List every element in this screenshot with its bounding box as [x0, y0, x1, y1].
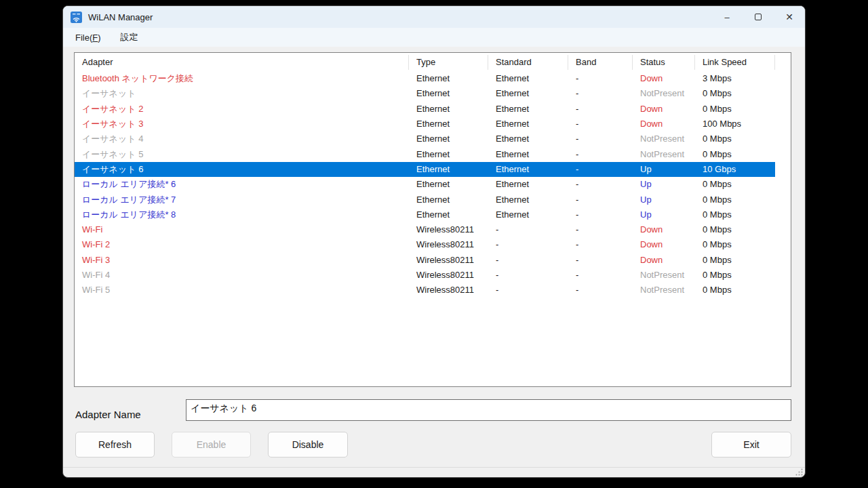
- column-header-band[interactable]: Band: [568, 55, 633, 70]
- cell-standard: Ethernet: [488, 86, 568, 101]
- cell-type: Ethernet: [409, 102, 488, 117]
- cell-type: Ethernet: [409, 131, 488, 146]
- cell-adapter-name: イーサネット 2: [75, 102, 409, 117]
- column-header-adapter[interactable]: Adapter: [75, 55, 409, 70]
- cell-type: Wireless80211: [409, 253, 488, 268]
- cell-band: -: [568, 102, 633, 117]
- cell-link-speed: 0 Mbps: [695, 177, 775, 192]
- cell-standard: Ethernet: [488, 207, 568, 222]
- adapter-row[interactable]: Wi-Fi 2 Wireless80211 - - Down 0 Mbps: [75, 237, 775, 252]
- cell-standard: -: [488, 283, 568, 298]
- column-header-type[interactable]: Type: [409, 55, 488, 70]
- cell-status: NotPresent: [633, 131, 695, 146]
- cell-standard: Ethernet: [488, 162, 568, 177]
- cell-link-speed: 0 Mbps: [695, 86, 775, 101]
- adapter-row[interactable]: ローカル エリア接続* 7 Ethernet Ethernet - Up 0 M…: [75, 192, 775, 207]
- adapter-row[interactable]: Wi-Fi Wireless80211 - - Down 0 Mbps: [75, 222, 775, 237]
- cell-status: NotPresent: [633, 86, 695, 101]
- column-header-filler: [775, 55, 791, 70]
- cell-link-speed: 0 Mbps: [695, 222, 775, 237]
- cell-standard: Ethernet: [488, 102, 568, 117]
- cell-status: Up: [633, 162, 695, 177]
- cell-standard: Ethernet: [488, 131, 568, 146]
- cell-band: -: [568, 207, 633, 222]
- cell-standard: Ethernet: [488, 192, 568, 207]
- adapter-row[interactable]: Wi-Fi 3 Wireless80211 - - Down 0 Mbps: [75, 253, 775, 268]
- cell-status: NotPresent: [633, 268, 695, 283]
- adapter-name-input[interactable]: [186, 399, 791, 421]
- cell-adapter-name: Wi-Fi 5: [75, 283, 409, 298]
- enable-button: Enable: [172, 432, 251, 458]
- window-controls: – ✕: [711, 6, 805, 28]
- maximize-icon: [755, 14, 762, 20]
- cell-link-speed: 0 Mbps: [695, 147, 775, 162]
- app-window: WiLAN Manager – ✕ File(F) 設定 Adapter Typ…: [62, 5, 806, 478]
- cell-type: Ethernet: [409, 71, 488, 86]
- cell-adapter-name: イーサネット 3: [75, 117, 409, 131]
- adapter-name-label: Adapter Name: [75, 409, 141, 420]
- cell-link-speed: 0 Mbps: [695, 237, 775, 252]
- cell-band: -: [568, 222, 633, 237]
- cell-link-speed: 0 Mbps: [695, 192, 775, 207]
- maximize-button[interactable]: [743, 6, 774, 28]
- window-title: WiLAN Manager: [88, 12, 153, 22]
- cell-type: Ethernet: [409, 147, 488, 162]
- cell-link-speed: 0 Mbps: [695, 253, 775, 268]
- cell-standard: Ethernet: [488, 147, 568, 162]
- adapter-row[interactable]: イーサネット Ethernet Ethernet - NotPresent 0 …: [75, 86, 775, 101]
- cell-status: Down: [633, 253, 695, 268]
- cell-standard: -: [488, 268, 568, 283]
- cell-type: Ethernet: [409, 192, 488, 207]
- adapter-row[interactable]: イーサネット 2 Ethernet Ethernet - Down 0 Mbps: [75, 102, 775, 117]
- adapter-row[interactable]: ローカル エリア接続* 6 Ethernet Ethernet - Up 0 M…: [75, 177, 775, 192]
- cell-adapter-name: Wi-Fi: [75, 222, 409, 237]
- cell-adapter-name: Wi-Fi 3: [75, 253, 409, 268]
- menu-file[interactable]: File(F): [75, 33, 101, 43]
- cell-band: -: [568, 177, 633, 192]
- cell-band: -: [568, 253, 633, 268]
- adapter-row[interactable]: イーサネット 5 Ethernet Ethernet - NotPresent …: [75, 146, 775, 161]
- cell-standard: -: [488, 222, 568, 237]
- adapter-row[interactable]: イーサネット 4 Ethernet Ethernet - NotPresent …: [75, 131, 775, 146]
- close-button[interactable]: ✕: [774, 6, 805, 28]
- menu-settings[interactable]: 設定: [121, 31, 138, 43]
- adapter-row[interactable]: イーサネット 6 Ethernet Ethernet - Up 10 Gbps: [75, 162, 775, 177]
- cell-status: Up: [633, 177, 695, 192]
- adapter-row[interactable]: ローカル エリア接続* 8 Ethernet Ethernet - Up 0 M…: [75, 207, 775, 222]
- titlebar: WiLAN Manager – ✕: [63, 6, 805, 28]
- cell-band: -: [568, 147, 633, 162]
- cell-type: Ethernet: [409, 177, 488, 192]
- cell-standard: Ethernet: [488, 117, 568, 131]
- minimize-button[interactable]: –: [711, 6, 743, 28]
- exit-button[interactable]: Exit: [711, 432, 791, 458]
- cell-adapter-name: ローカル エリア接続* 6: [75, 177, 409, 192]
- column-header-link-speed[interactable]: Link Speed: [695, 55, 775, 70]
- cell-adapter-name: ローカル エリア接続* 7: [75, 192, 409, 207]
- adapter-list-header: Adapter Type Standard Band Status Link S…: [75, 53, 791, 71]
- cell-status: Down: [633, 237, 695, 252]
- cell-standard: -: [488, 253, 568, 268]
- cell-link-speed: 3 Mbps: [695, 71, 775, 86]
- cell-link-speed: 100 Mbps: [695, 117, 775, 131]
- cell-adapter-name: イーサネット: [75, 86, 409, 101]
- adapter-row[interactable]: Wi-Fi 5 Wireless80211 - - NotPresent 0 M…: [75, 283, 775, 298]
- cell-band: -: [568, 131, 633, 146]
- cell-status: Down: [633, 102, 695, 117]
- adapter-row[interactable]: イーサネット 3 Ethernet Ethernet - Down 100 Mb…: [75, 117, 775, 131]
- cell-link-speed: 0 Mbps: [695, 207, 775, 222]
- resize-grip-icon[interactable]: [795, 468, 803, 476]
- cell-band: -: [568, 162, 633, 177]
- cell-status: Up: [633, 207, 695, 222]
- adapter-row[interactable]: Bluetooth ネットワーク接続 Ethernet Ethernet - D…: [75, 71, 775, 86]
- cell-status: Down: [633, 71, 695, 86]
- adapter-row[interactable]: Wi-Fi 4 Wireless80211 - - NotPresent 0 M…: [75, 268, 775, 283]
- cell-link-speed: 0 Mbps: [695, 268, 775, 283]
- disable-button[interactable]: Disable: [268, 432, 348, 458]
- cell-adapter-name: Wi-Fi 4: [75, 268, 409, 283]
- adapter-list-body: Bluetooth ネットワーク接続 Ethernet Ethernet - D…: [75, 71, 791, 298]
- refresh-button[interactable]: Refresh: [75, 432, 155, 458]
- column-header-status[interactable]: Status: [633, 55, 695, 70]
- column-header-standard[interactable]: Standard: [488, 55, 568, 70]
- app-icon: [71, 12, 82, 23]
- cell-adapter-name: Wi-Fi 2: [75, 237, 409, 252]
